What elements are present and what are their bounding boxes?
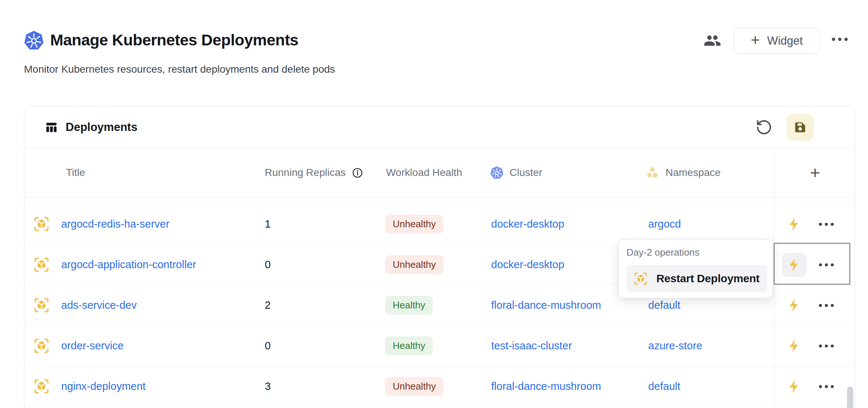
deployment-icon bbox=[633, 271, 648, 286]
zap-icon[interactable] bbox=[787, 338, 802, 354]
health-badge: Unhealthy bbox=[385, 255, 444, 274]
widget-button-label: Widget bbox=[767, 34, 803, 48]
row-menu-button[interactable] bbox=[819, 385, 834, 388]
column-header-title: Title bbox=[24, 167, 262, 179]
deployment-title-link[interactable]: argocd-application-controller bbox=[61, 259, 196, 271]
page-title: Manage Kubernetes Deployments bbox=[50, 31, 298, 49]
save-icon bbox=[794, 121, 807, 134]
deployment-title-link[interactable]: order-service bbox=[61, 340, 124, 352]
zap-icon[interactable] bbox=[787, 379, 802, 394]
column-header-workload-health: Workload Health bbox=[385, 167, 487, 179]
namespace-link[interactable]: argocd bbox=[648, 218, 681, 230]
cluster-kubernetes-icon bbox=[490, 166, 504, 180]
deployment-icon bbox=[33, 215, 50, 233]
replicas-value: 0 bbox=[262, 259, 385, 271]
health-badge: Healthy bbox=[385, 296, 433, 315]
column-header-namespace: Namespace bbox=[641, 166, 775, 180]
namespace-icon bbox=[646, 166, 660, 180]
cluster-link[interactable]: floral-dance-mushroom bbox=[491, 299, 601, 311]
namespace-link[interactable]: default bbox=[648, 299, 680, 311]
restart-deployment-menu-item[interactable]: Restart Deployment bbox=[626, 265, 767, 292]
table-row: order-service 0 Healthy test-isaac-clust… bbox=[24, 325, 855, 366]
cluster-link[interactable]: docker-desktop bbox=[491, 218, 564, 230]
save-button[interactable] bbox=[787, 114, 814, 141]
replicas-value: 2 bbox=[262, 299, 385, 311]
row-menu-button[interactable] bbox=[819, 223, 834, 226]
popup-section-label: Day-2 operations bbox=[626, 247, 767, 258]
widget-title: Deployments bbox=[66, 121, 138, 134]
plus-icon: + bbox=[751, 32, 760, 48]
replicas-value: 1 bbox=[262, 218, 385, 230]
day2-operations-popup: Day-2 operations Restart Deployment bbox=[618, 239, 773, 298]
replicas-value: 3 bbox=[262, 380, 385, 393]
page-menu-button[interactable] bbox=[832, 38, 848, 41]
scrolled-row-sliver bbox=[24, 197, 855, 204]
zap-icon[interactable] bbox=[787, 298, 802, 313]
add-widget-button[interactable]: + Widget bbox=[734, 28, 820, 54]
column-header-running-replicas: Running Replicas bbox=[262, 167, 385, 179]
add-column-button[interactable]: + bbox=[775, 148, 855, 197]
table-row: nginx-deployment 3 Unhealthy floral-danc… bbox=[24, 366, 855, 407]
column-header-cluster: Cluster bbox=[487, 166, 641, 180]
cluster-link[interactable]: docker-desktop bbox=[491, 259, 564, 270]
deployment-icon bbox=[33, 256, 50, 273]
deployment-title-link[interactable]: argocd-redis-ha-server bbox=[61, 218, 169, 230]
kubernetes-deployments-page: Manage Kubernetes Deployments Monitor Ku… bbox=[0, 0, 868, 408]
undo-icon[interactable] bbox=[756, 119, 772, 136]
vertical-scrollbar-thumb[interactable] bbox=[847, 387, 853, 408]
table-row: argocd-redis-ha-server 1 Unhealthy docke… bbox=[24, 204, 855, 244]
table-bottom-border bbox=[24, 407, 855, 408]
kubernetes-logo-icon bbox=[23, 30, 45, 51]
deployment-title-link[interactable]: nginx-deployment bbox=[61, 380, 146, 393]
zap-icon[interactable] bbox=[787, 217, 802, 232]
deployment-icon bbox=[33, 297, 50, 314]
replicas-value: 0 bbox=[262, 340, 385, 352]
deployment-title-link[interactable]: ads-service-dev bbox=[61, 299, 137, 311]
selected-actions-cell-outline bbox=[774, 243, 850, 285]
deployment-icon bbox=[33, 378, 50, 395]
menu-item-label: Restart Deployment bbox=[656, 272, 760, 285]
namespace-link[interactable]: default bbox=[648, 380, 680, 392]
table-body: argocd-redis-ha-server 1 Unhealthy docke… bbox=[24, 197, 855, 408]
health-badge: Unhealthy bbox=[385, 377, 444, 396]
cluster-link[interactable]: test-isaac-cluster bbox=[491, 340, 572, 352]
namespace-link[interactable]: azure-store bbox=[648, 340, 702, 352]
deployment-icon bbox=[33, 337, 50, 355]
cluster-link[interactable]: floral-dance-mushroom bbox=[491, 380, 601, 392]
people-icon[interactable] bbox=[704, 32, 721, 49]
health-badge: Unhealthy bbox=[385, 215, 444, 234]
health-badge: Healthy bbox=[385, 336, 433, 355]
row-menu-button[interactable] bbox=[819, 304, 834, 307]
table-header-row: Title Running Replicas Workload Health bbox=[24, 148, 855, 197]
table-columns-icon bbox=[45, 121, 58, 134]
info-icon[interactable] bbox=[352, 167, 363, 179]
row-menu-button[interactable] bbox=[819, 345, 834, 348]
page-subtitle: Monitor Kubernetes resources, restart de… bbox=[24, 63, 335, 75]
